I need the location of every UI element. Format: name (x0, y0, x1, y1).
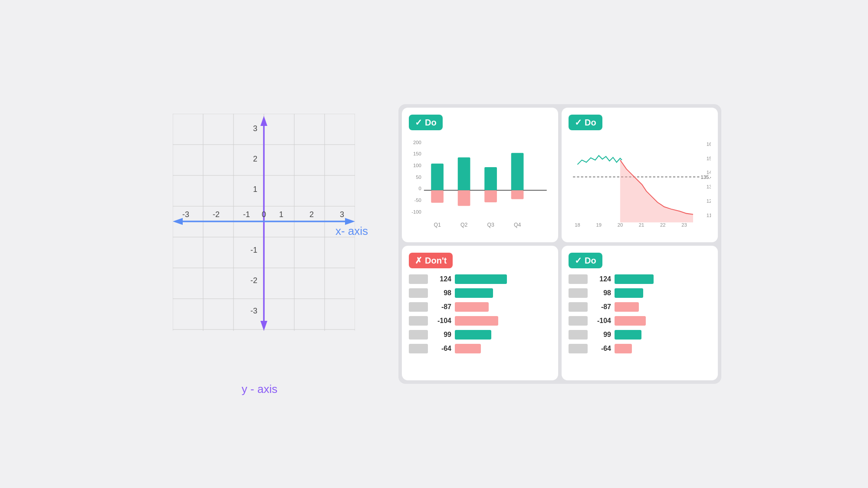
cross-icon: ✗ (415, 255, 422, 266)
hbar-value: 98 (431, 289, 451, 297)
svg-text:-2: -2 (213, 210, 220, 219)
cards-section: ✓ Do 200 150 100 50 0 -50 -100 (398, 104, 721, 384)
hbar-bar-neg (615, 316, 646, 326)
hbar-label-box (569, 316, 588, 326)
check-icon-1: ✓ (415, 117, 422, 128)
hbar-bar-neg (455, 344, 481, 353)
svg-text:130: 130 (707, 184, 711, 189)
hbar-list-dont: 124 98 -87 -104 (409, 274, 551, 353)
hbar-row: -87 (409, 302, 551, 312)
svg-text:-3: -3 (182, 210, 189, 219)
svg-text:22: 22 (660, 222, 666, 228)
svg-text:3: 3 (253, 124, 257, 133)
hbar-list-do: 124 98 -87 -104 (569, 274, 711, 353)
card-hbar-dont: ✗ Don't 124 98 -87 (402, 246, 558, 380)
badge-do-4: ✓ Do (569, 253, 602, 268)
svg-rect-47 (484, 190, 497, 202)
svg-text:1: 1 (253, 185, 257, 194)
svg-rect-46 (484, 167, 497, 190)
svg-rect-48 (511, 153, 524, 190)
hbar-value: -87 (431, 303, 451, 311)
svg-text:23: 23 (681, 222, 687, 228)
hbar-row: -87 (569, 302, 711, 312)
svg-marker-68 (620, 160, 693, 223)
hbar-row: -64 (569, 344, 711, 353)
bar-chart-area: 200 150 100 50 0 -50 -100 (409, 135, 551, 234)
hbar-label-box (409, 344, 428, 353)
hbar-bar-neg (615, 344, 632, 353)
hbar-row: -104 (409, 316, 551, 326)
svg-text:0: 0 (418, 186, 421, 191)
svg-text:0: 0 (262, 210, 266, 219)
svg-text:Q1: Q1 (434, 222, 441, 228)
svg-rect-42 (431, 164, 444, 191)
svg-text:110: 110 (707, 213, 711, 218)
svg-text:200: 200 (413, 140, 421, 145)
coordinate-grid-svg: .grid-line { stroke: #ccc; stroke-width:… (173, 114, 355, 331)
svg-text:21: 21 (639, 222, 644, 228)
hbar-value: 124 (431, 275, 451, 283)
hbar-value: -64 (591, 345, 611, 353)
coord-section: .grid-line { stroke: #ccc; stroke-width:… (147, 92, 372, 396)
hbar-value: -64 (431, 345, 451, 353)
svg-rect-44 (458, 157, 470, 190)
svg-text:-100: -100 (411, 209, 421, 214)
hbar-value: 99 (431, 331, 451, 339)
hbar-bar-pos (455, 330, 491, 340)
svg-text:-2: -2 (250, 276, 257, 285)
hbar-row: 98 (409, 288, 551, 298)
svg-text:120: 120 (707, 198, 711, 204)
badge-do-2: ✓ Do (569, 115, 602, 130)
hbar-label-box (409, 330, 428, 340)
hbar-value: -104 (591, 317, 611, 325)
hbar-value: -104 (431, 317, 451, 325)
svg-marker-19 (345, 218, 355, 225)
hbar-value: 98 (591, 289, 611, 297)
svg-text:2: 2 (309, 210, 314, 219)
hbar-bar-pos (615, 288, 643, 298)
hbar-value: 124 (591, 275, 611, 283)
hbar-bar-pos (615, 274, 654, 284)
hbar-row: 99 (409, 330, 551, 340)
svg-text:3: 3 (340, 210, 344, 219)
hbar-label-box (569, 344, 588, 353)
svg-text:160: 160 (707, 142, 711, 147)
svg-text:1: 1 (279, 210, 283, 219)
grid-container: .grid-line { stroke: #ccc; stroke-width:… (173, 114, 355, 331)
hbar-value: -87 (591, 303, 611, 311)
check-icon-2: ✓ (575, 117, 582, 128)
hbar-row: 124 (569, 274, 711, 284)
svg-text:-3: -3 (250, 307, 257, 315)
check-icon-4: ✓ (575, 255, 582, 266)
hbar-row: 99 (569, 330, 711, 340)
badge-do-1: ✓ Do (409, 115, 443, 130)
hbar-bar-pos (455, 288, 493, 298)
svg-text:50: 50 (416, 175, 421, 180)
hbar-bar-pos (455, 274, 507, 284)
hbar-bar-pos (615, 330, 641, 340)
hbar-label-box (569, 330, 588, 340)
hbar-row: -64 (409, 344, 551, 353)
svg-marker-20 (173, 218, 183, 225)
hbar-value: 99 (591, 331, 611, 339)
svg-text:19: 19 (596, 222, 602, 228)
hbar-bar-neg (615, 302, 639, 312)
svg-text:135.4: 135.4 (700, 175, 711, 180)
svg-text:20: 20 (618, 222, 623, 228)
hbar-bar-neg (455, 316, 498, 326)
hbar-label-box (409, 288, 428, 298)
card-hbar-do: ✓ Do 124 98 -87 (562, 246, 718, 380)
hbar-label-box (569, 302, 588, 312)
svg-text:-1: -1 (250, 246, 257, 254)
hbar-bar-neg (455, 302, 489, 312)
svg-text:Q3: Q3 (487, 222, 494, 228)
svg-text:Q4: Q4 (514, 222, 521, 228)
badge-label-4: Do (585, 256, 596, 266)
badge-dont: ✗ Don't (409, 253, 453, 268)
card-bar-chart: ✓ Do 200 150 100 50 0 -50 -100 (402, 108, 558, 242)
hbar-label-box (409, 302, 428, 312)
hbar-label-box (409, 316, 428, 326)
svg-text:-50: -50 (414, 198, 421, 203)
svg-text:150: 150 (413, 151, 421, 156)
svg-marker-16 (260, 116, 267, 126)
